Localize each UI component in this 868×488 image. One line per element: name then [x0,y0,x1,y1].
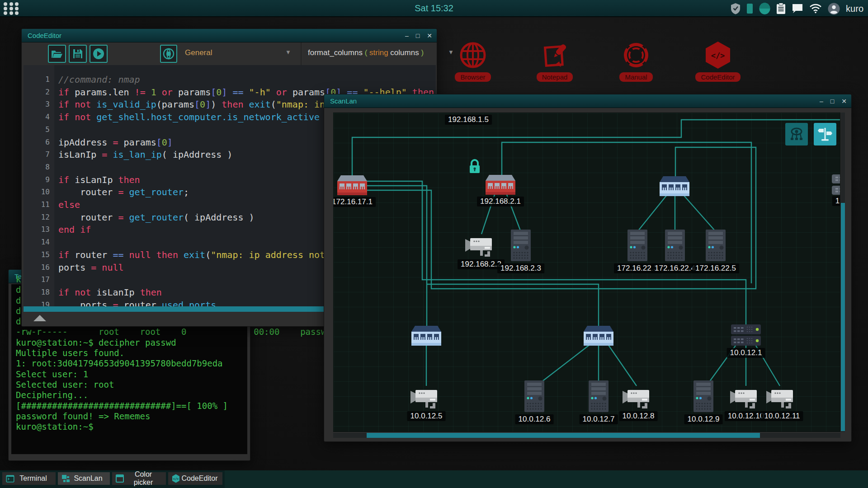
computer-node[interactable] [665,230,685,261]
terminal-icon [5,474,14,483]
code-editor-titlebar[interactable]: CodeEditor – □ ✕ [22,29,437,42]
scan-agent-button[interactable] [785,123,808,145]
run-script-button[interactable] [90,45,108,63]
shield-check-icon [731,3,741,14]
desktop-icon-notepad[interactable]: Notepad [528,40,582,82]
node-ip-label: 172.16.17.1 [333,197,376,207]
open-file-button[interactable] [48,45,66,63]
status-circle-icon [759,3,770,14]
hexcode-icon: </> [171,474,180,483]
scanlan-title: ScanLan [330,97,357,105]
code-editor-toolbar: General ▼ format_columns ( string column… [22,42,437,65]
network-switch[interactable] [411,326,441,346]
battery-icon [746,3,753,14]
username: kuro [846,4,863,14]
taskbar-item-scanlan[interactable]: ScanLan [58,472,110,485]
node-ip-label: 192.168.2.1 [477,197,524,206]
network-switch[interactable] [486,175,515,195]
save-file-button[interactable] [69,45,87,63]
desktop-icon-browser[interactable]: Browser [446,40,500,82]
network-map[interactable]: 192.168.1.5172.16.17.1192.168.2.1172192.… [333,113,840,432]
node-ip-label: 172.16.22.5 [692,263,739,273]
computer-node[interactable] [511,230,531,261]
minimize-button[interactable]: – [405,32,409,39]
network-switch[interactable] [337,175,367,195]
hexcode-icon: </> [691,40,745,70]
camera-node[interactable] [623,390,649,408]
taskbar: TerminalScanLanColor picker</>CodeEditor [0,470,868,488]
function-dropdown[interactable]: format_columns ( string columns ) [308,48,424,57]
node-ip-label: 10.0.12.5 [407,411,446,421]
scroll-up-arrow[interactable] [33,315,46,321]
scope-icon [160,45,177,63]
maximize-button[interactable]: □ [416,32,420,39]
network-switch[interactable] [584,326,613,346]
scanlan-titlebar[interactable]: ScanLan – □ ✕ [324,94,851,108]
avatar-icon[interactable] [828,3,840,15]
computer-node[interactable] [627,230,647,261]
chevron-down-icon: ▼ [285,49,291,56]
close-button[interactable]: ✕ [427,32,432,39]
computer-node[interactable] [524,380,544,412]
wifi-icon [809,4,822,14]
node-ip-label: 192.168.1.5 [445,115,492,125]
desktop-icon-manual[interactable]: Manual [609,40,663,82]
computer-node[interactable] [693,380,713,412]
chat-icon [792,3,803,14]
camera-node[interactable] [766,390,793,408]
node-ip-label: 10.0.12.7 [580,414,618,424]
scanlan-icon [61,474,70,483]
desktop-icon-label: Notepad [537,72,573,82]
svg-text:</>: </> [173,477,179,481]
node-ip-label: 10.0.12.11 [761,411,803,421]
node-ip-label: 172.16.22.4 [651,263,698,273]
node-ip-label: 10.0.12.6 [515,414,554,424]
node-ip-label: 192.168.2.3 [497,263,544,273]
camera-node[interactable] [410,390,437,408]
camera-node[interactable] [730,390,757,408]
system-tray: kuro [731,0,863,17]
globe-icon [446,40,500,70]
partial-device-node[interactable] [832,174,840,195]
node-ip-label: 10.0.12.8 [619,411,658,421]
desktop-icon-label: CodeEditor [695,72,740,82]
computer-node[interactable] [589,380,609,412]
scanlan-window[interactable]: ScanLan – □ ✕ 192.168.1.5172.16.17.1192.… [324,94,852,442]
camera-node[interactable] [465,238,492,257]
close-button[interactable]: ✕ [841,98,847,105]
svg-text:</>: </> [711,51,725,60]
top-bar: Sat 15:32 kuro [0,0,868,17]
minimize-button[interactable]: – [820,98,823,105]
node-ip-label: 10.0.12.9 [684,414,723,424]
code-editor-title: CodeEditor [28,32,61,39]
notepad-icon [528,40,582,70]
taskbar-item-color-picker[interactable]: Color picker [112,472,166,485]
clipboard-icon [776,3,786,14]
map-horizontal-scrollbar[interactable] [333,433,840,438]
taskbar-item-codeeditor[interactable]: </>CodeEditor [168,472,222,485]
lock-icon [470,160,480,173]
node-ip-label: 10.0.12.1 [727,348,765,358]
maximize-button[interactable]: □ [830,98,834,105]
colorpicker-icon [115,474,124,483]
desktop-icon-label: Manual [619,72,652,82]
desktop-icon-codeeditor[interactable]: </>CodeEditor [691,40,745,82]
chevron-down-icon: ▼ [448,49,454,56]
scope-dropdown[interactable]: General [185,48,212,57]
route-filter-button[interactable] [814,123,836,145]
desktop-icon-label: Browser [455,72,491,82]
node-ip-label: 172 [832,196,840,206]
computer-node[interactable] [706,230,726,261]
vertical-scrollbar[interactable] [841,113,845,432]
server-node[interactable] [731,324,761,346]
taskbar-item-terminal[interactable]: Terminal [2,472,56,485]
lifebuoy-icon [609,40,663,70]
network-switch[interactable] [660,176,689,196]
code-line-1: 1//command: nmap [24,73,436,86]
